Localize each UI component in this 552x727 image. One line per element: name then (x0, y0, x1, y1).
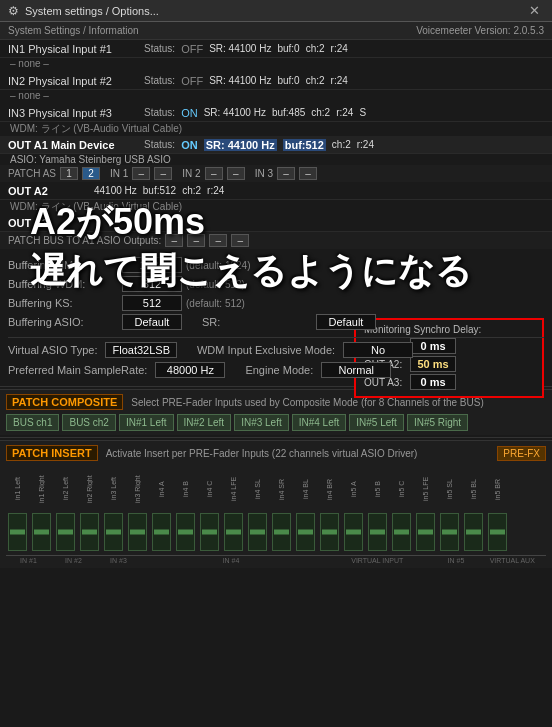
patch-bus-d3[interactable]: – (209, 234, 227, 247)
bottom-label-group: __ IN #1 __ (6, 555, 51, 564)
insert-fader-handle (490, 530, 505, 535)
out-a2-name: OUT A2 (8, 185, 88, 197)
patch-a1-in1-dash2[interactable]: – (154, 167, 172, 180)
patch-composite-btn-0[interactable]: BUS ch1 (6, 414, 59, 431)
patch-composite-btn-4[interactable]: IN#3 Left (234, 414, 289, 431)
insert-fader-handle (130, 530, 145, 535)
patch-a1-row: PATCH AS 1 2 IN 1 – – IN 2 – – IN 3 – – (0, 165, 552, 182)
insert-fader[interactable] (152, 513, 171, 551)
patch-composite-btn-5[interactable]: IN#4 Left (292, 414, 347, 431)
insert-fader[interactable] (416, 513, 435, 551)
buffering-wdm-val: 512 (122, 276, 182, 292)
insert-fader-handle (154, 530, 169, 535)
patch-composite-btn-7[interactable]: IN#5 Right (407, 414, 468, 431)
out-a1-name: OUT A1 Main Device (8, 139, 138, 151)
insert-fader-handle (418, 530, 433, 535)
patch-composite-btn-2[interactable]: IN#1 Left (119, 414, 174, 431)
bottom-labels-container: __ IN #1 ____ IN #2 ____ IN #3 _________… (6, 554, 546, 564)
close-button[interactable]: ✕ (525, 3, 544, 18)
patch-composite-title: PATCH COMPOSITE (6, 394, 123, 410)
insert-fader[interactable] (368, 513, 387, 551)
insert-channel-label: in1 Left (14, 465, 21, 513)
insert-fader[interactable] (320, 513, 339, 551)
in3-ch: ch:2 (311, 107, 330, 118)
insert-fader-handle (58, 530, 73, 535)
buffering-sr-label: SR: (202, 316, 312, 328)
insert-channel-label: in5 BL (470, 465, 477, 513)
buffering-mme-label: Buffering MME: (8, 259, 118, 271)
insert-fader[interactable] (128, 513, 147, 551)
insert-fader[interactable] (224, 513, 243, 551)
insert-fader[interactable] (104, 513, 123, 551)
patch-bus-d2[interactable]: – (187, 234, 205, 247)
patch-bus-d1[interactable]: – (165, 234, 183, 247)
in2-name: IN2 Physical Input #2 (8, 75, 138, 87)
bottom-label-group: _ VIRTUAL INPUT _ (321, 555, 434, 564)
engine-mode-label: Engine Mode: (245, 364, 313, 376)
patch-insert-section: PATCH INSERT Activate Insert per PRE-Fad… (0, 440, 552, 568)
insert-fader[interactable] (8, 513, 27, 551)
insert-fader[interactable] (344, 513, 363, 551)
section-header-right: Voicemeeter Version: 2.0.5.3 (416, 25, 544, 36)
out-a2-row: OUT A2 44100 Hz buf:512 ch:2 r:24 (0, 182, 552, 200)
insert-channel-label: in3 Left (110, 465, 117, 513)
insert-fader[interactable] (200, 513, 219, 551)
in3-r: r:24 (336, 107, 353, 118)
patch-a1-in3-dash[interactable]: – (277, 167, 295, 180)
in3-row: IN3 Physical Input #3 Status: ON SR: 441… (0, 104, 552, 122)
out-a2-sr: 44100 Hz (94, 185, 137, 196)
patch-a1-in1-dash[interactable]: – (132, 167, 150, 180)
patch-a1-in2-dash[interactable]: – (205, 167, 223, 180)
patch-a1-in2-dash2[interactable]: – (227, 167, 245, 180)
insert-fader[interactable] (56, 513, 75, 551)
buffering-asio-row: Buffering ASIO: Default SR: Default (8, 314, 376, 330)
insert-channel-label: in4 B (182, 465, 189, 513)
patch-bus-d4[interactable]: – (231, 234, 249, 247)
patch-composite-btn-1[interactable]: BUS ch2 (62, 414, 115, 431)
patch-a1-in3-dash2[interactable]: – (299, 167, 317, 180)
patch-composite-btn-6[interactable]: IN#5 Left (349, 414, 404, 431)
insert-fader-handle (82, 530, 97, 535)
patch-a1-btn2[interactable]: 2 (82, 167, 100, 180)
insert-fader-handle (226, 530, 241, 535)
patch-a1-in2: IN 2 (182, 168, 200, 179)
wdm-exclusive-label: WDM Input Exclusive Mode: (197, 344, 335, 356)
buffering-asio-val: Default (122, 314, 182, 330)
insert-fader[interactable] (296, 513, 315, 551)
insert-fader[interactable] (176, 513, 195, 551)
insert-fader[interactable] (32, 513, 51, 551)
patch-a1-in3: IN 3 (255, 168, 273, 179)
bottom-label-group: _ VIRTUAL AUX _ (479, 555, 547, 564)
wdm-exclusive-val: No (343, 342, 413, 358)
buffering-mme-default: (default: 1024) (186, 260, 251, 271)
buffering-ks-row: Buffering KS: 512 (default: 512) (8, 295, 376, 311)
buffering-mme-val: 1024 (122, 257, 182, 273)
patch-a1-btn1[interactable]: 1 (60, 167, 78, 180)
insert-fader-handle (274, 530, 289, 535)
insert-channel-col: in1 Right (30, 465, 53, 553)
title-bar-text: System settings / Options... (25, 5, 159, 17)
in1-row: IN1 Physical Input #1 Status: OFF SR: 44… (0, 40, 552, 58)
out-a3-name: OUT A3 (8, 217, 88, 229)
insert-fader[interactable] (392, 513, 411, 551)
fields-row1: Virtual ASIO Type: Float32LSB WDM Input … (8, 342, 544, 358)
preferred-sr-val: 48000 Hz (155, 362, 225, 378)
patch-composite-btn-3[interactable]: IN#2 Left (177, 414, 232, 431)
insert-fader[interactable] (80, 513, 99, 551)
insert-fader[interactable] (488, 513, 507, 551)
out-a1-ch: ch:2 (332, 139, 351, 150)
insert-channel-label: in5 B (374, 465, 381, 513)
insert-fader-handle (202, 530, 217, 535)
patch-a1-in1: IN 1 (110, 168, 128, 179)
insert-channel-col: in3 Right (126, 465, 149, 553)
section-header-left: System Settings / Information (8, 25, 139, 36)
insert-fader[interactable] (248, 513, 267, 551)
insert-channel-col: in5 C (390, 465, 413, 553)
insert-fader[interactable] (440, 513, 459, 551)
insert-channel-label: in1 Right (38, 465, 45, 513)
insert-fader[interactable] (272, 513, 291, 551)
insert-fader[interactable] (464, 513, 483, 551)
in1-sr: SR: 44100 Hz (209, 43, 271, 54)
insert-channels-wrapper: in1 Leftin1 Rightin2 Leftin2 Rightin3 Le… (6, 465, 546, 564)
patch-bus-row: PATCH BUS TO A1 ASIO Outputs: – – – – (0, 232, 552, 249)
